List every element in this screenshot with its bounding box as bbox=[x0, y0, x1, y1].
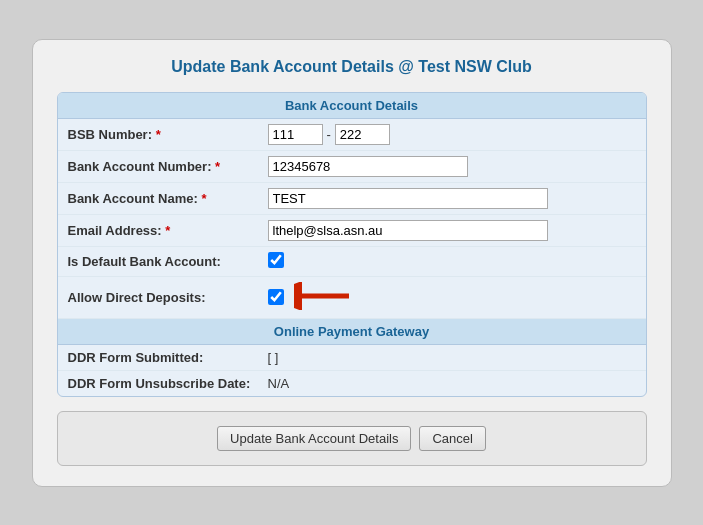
bsb-value: - bbox=[268, 124, 636, 145]
account-number-row: Bank Account Number: * bbox=[58, 151, 646, 183]
bsb-row: BSB Number: * - bbox=[58, 119, 646, 151]
account-name-value bbox=[268, 188, 636, 209]
update-button[interactable]: Update Bank Account Details bbox=[217, 426, 411, 451]
bsb-part2-input[interactable] bbox=[335, 124, 390, 145]
bsb-label: BSB Number: * bbox=[68, 127, 268, 142]
ddr-unsubscribe-label: DDR Form Unsubscribe Date: bbox=[68, 376, 268, 391]
page-title: Update Bank Account Details @ Test NSW C… bbox=[57, 58, 647, 76]
is-default-value bbox=[268, 252, 636, 271]
main-panel: Update Bank Account Details @ Test NSW C… bbox=[32, 39, 672, 487]
account-number-label: Bank Account Number: * bbox=[68, 159, 268, 174]
form-container: Bank Account Details BSB Number: * - Ban… bbox=[57, 92, 647, 397]
bsb-part1-input[interactable] bbox=[268, 124, 323, 145]
ddr-unsubscribe-row: DDR Form Unsubscribe Date: N/A bbox=[58, 371, 646, 396]
red-arrow-icon bbox=[294, 282, 354, 313]
required-star-3: * bbox=[201, 191, 206, 206]
allow-direct-value bbox=[268, 282, 636, 313]
account-name-row: Bank Account Name: * bbox=[58, 183, 646, 215]
is-default-row: Is Default Bank Account: bbox=[58, 247, 646, 277]
email-input[interactable] bbox=[268, 220, 548, 241]
account-number-value bbox=[268, 156, 636, 177]
account-name-label: Bank Account Name: * bbox=[68, 191, 268, 206]
ddr-unsubscribe-value: N/A bbox=[268, 376, 636, 391]
cancel-button[interactable]: Cancel bbox=[419, 426, 485, 451]
account-number-input[interactable] bbox=[268, 156, 468, 177]
email-label: Email Address: * bbox=[68, 223, 268, 238]
ddr-submitted-value: [ ] bbox=[268, 350, 636, 365]
email-row: Email Address: * bbox=[58, 215, 646, 247]
is-default-label: Is Default Bank Account: bbox=[68, 254, 268, 269]
bank-details-header: Bank Account Details bbox=[58, 93, 646, 119]
is-default-checkbox[interactable] bbox=[268, 252, 284, 268]
email-value bbox=[268, 220, 636, 241]
allow-direct-label: Allow Direct Deposits: bbox=[68, 290, 268, 305]
required-star: * bbox=[156, 127, 161, 142]
online-payment-header: Online Payment Gateway bbox=[58, 319, 646, 345]
ddr-submitted-row: DDR Form Submitted: [ ] bbox=[58, 345, 646, 371]
bsb-separator: - bbox=[327, 127, 331, 142]
account-name-input[interactable] bbox=[268, 188, 548, 209]
ddr-submitted-label: DDR Form Submitted: bbox=[68, 350, 268, 365]
required-star-2: * bbox=[215, 159, 220, 174]
allow-direct-row: Allow Direct Deposits: bbox=[58, 277, 646, 319]
required-star-4: * bbox=[165, 223, 170, 238]
allow-direct-checkbox[interactable] bbox=[268, 289, 284, 305]
footer-panel: Update Bank Account Details Cancel bbox=[57, 411, 647, 466]
